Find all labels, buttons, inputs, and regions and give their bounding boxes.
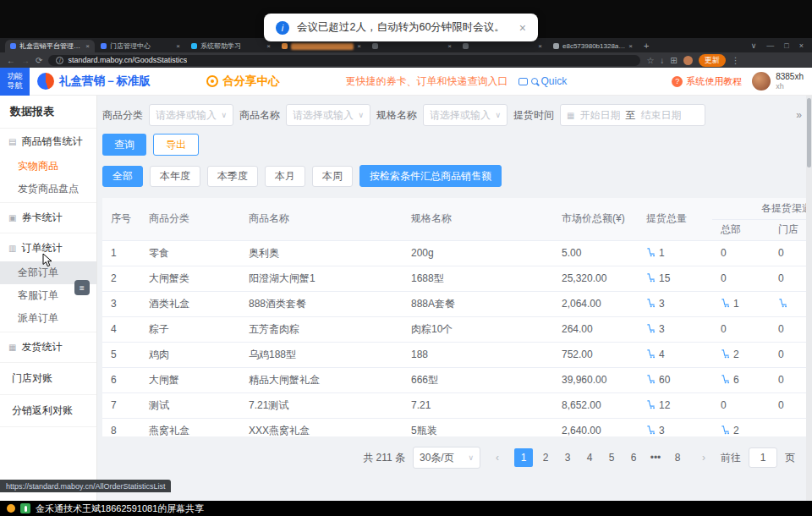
tab-close-icon[interactable]: × — [447, 42, 452, 50]
goods-statistics-table: 序号 商品分类 商品名称 规格名称 市场价总额(¥) 提货总量 各提货渠道 总部… — [102, 198, 807, 436]
pager-page[interactable]: 6 — [624, 448, 643, 467]
tab-close-icon[interactable]: × — [266, 42, 271, 50]
sidebar-group[interactable]: ▤商品销售统计 — [0, 129, 96, 155]
tab-close-icon[interactable]: × — [357, 42, 361, 50]
sidebar-collapse-handle[interactable]: ≡ — [74, 280, 90, 295]
sidebar-item[interactable]: 分销返利对账 — [0, 397, 96, 425]
table-cell: XXX燕窝礼盒 — [240, 418, 403, 436]
product-name-placeholder: 请选择或输入 — [293, 108, 354, 123]
quick-search-link[interactable]: Quick — [518, 75, 568, 87]
table-row: 3酒类礼盒888酒类套餐888A套餐2,064.0031 — [102, 291, 807, 316]
spec-select[interactable]: 请选择或输入 ∨ — [423, 104, 508, 126]
col-header-spec: 规格名称 — [403, 198, 553, 240]
page-scrollbar[interactable] — [806, 96, 812, 501]
quick-tab[interactable]: 本年度 — [150, 166, 200, 187]
table-cell: 6 — [102, 367, 140, 392]
user-avatar[interactable] — [752, 72, 771, 91]
table-cell: 60 — [638, 367, 712, 392]
browser-tab[interactable]: × — [277, 40, 366, 52]
category-select[interactable]: 请选择或输入 ∨ — [149, 104, 233, 126]
tab-close-icon[interactable]: × — [176, 42, 180, 50]
browser-update-button[interactable]: 更新 — [699, 54, 726, 67]
page-size-select[interactable]: 30条/页 ∨ — [413, 447, 480, 469]
date-range-picker[interactable]: ▦ 开始日期 至 结束日期 — [560, 104, 705, 126]
quick-tab[interactable]: 本季度 — [207, 166, 258, 187]
tab-close-icon[interactable]: × — [85, 42, 90, 50]
browser-tab[interactable]: 礼盒营销平台管理中心× — [5, 40, 95, 52]
reload-icon[interactable]: ⟳ — [36, 56, 42, 65]
close-window-icon[interactable]: × — [799, 41, 804, 50]
extensions-icon[interactable]: ⊞ — [670, 56, 677, 65]
summary-button[interactable]: 按检索条件汇总商品销售额 — [359, 165, 502, 187]
table-cell: 0 — [712, 316, 770, 342]
col-header-no: 序号 — [102, 198, 140, 240]
pager-page[interactable]: 4 — [580, 448, 599, 467]
export-button[interactable]: 导出 — [153, 134, 199, 156]
sidebar: 数据报表 ▤商品销售统计实物商品发货商品盘点▣券卡统计▥订单统计全部订单客服订单… — [0, 96, 97, 501]
pager-page[interactable]: 3 — [558, 448, 577, 467]
next-page-icon[interactable]: › — [694, 448, 713, 467]
tab-close-icon[interactable]: × — [538, 42, 542, 50]
prev-page-icon[interactable]: ‹ — [488, 448, 507, 467]
table-cell: 8 — [102, 418, 140, 436]
browser-tab[interactable]: e8c573980b1328a258fd2e6f× — [548, 40, 638, 52]
product-name-select[interactable]: 请选择或输入 ∨ — [286, 104, 370, 126]
sidebar-item[interactable]: 实物商品 — [0, 155, 96, 178]
quick-tab[interactable]: 全部 — [102, 166, 143, 187]
tab-favicon-icon — [463, 43, 469, 49]
sidebar-item[interactable]: 派单订单 — [0, 307, 96, 330]
toast-message: 会议已超过2人，自动转为60分钟限时会议。 — [297, 20, 505, 35]
table-cell — [770, 291, 807, 316]
back-icon[interactable]: ← — [7, 56, 15, 65]
user-info[interactable]: 8385xh xh — [776, 72, 804, 91]
maximize-icon[interactable]: □ — [784, 41, 788, 50]
table-cell: 2 — [712, 342, 770, 367]
table-row: 2大闸蟹类阳澄湖大闸蟹11688型25,320.001500 — [102, 266, 807, 291]
calendar-icon: ▦ — [567, 111, 574, 120]
tab-favicon-icon — [372, 43, 378, 49]
url-bar[interactable]: i standard.maboy.cn/GoodsStatistics — [48, 55, 640, 66]
scrollbar-thumb[interactable] — [807, 98, 811, 167]
info-icon: i — [276, 21, 289, 35]
browser-tab[interactable]: × — [458, 40, 547, 52]
pager-page[interactable]: 1 — [514, 448, 533, 467]
quick-tab[interactable]: 本月 — [265, 166, 305, 187]
minimize-icon[interactable]: — — [766, 41, 774, 50]
table-cell: 精品大闸蟹礼盒 — [240, 367, 403, 392]
browser-tab[interactable]: 系统帮助学习× — [186, 40, 276, 52]
table-cell: 0 — [712, 266, 770, 291]
browser-menu-icon[interactable]: ⋮ — [732, 56, 740, 65]
table-cell: 阳澄湖大闸蟹1 — [240, 266, 403, 291]
tab-close-icon[interactable]: × — [628, 42, 633, 50]
site-info-icon[interactable]: i — [56, 57, 63, 64]
pickup-count-icon — [721, 375, 730, 384]
browser-profile-avatar[interactable] — [683, 56, 693, 65]
pickup-count-icon — [721, 349, 730, 359]
table-cell — [770, 418, 807, 436]
browser-tab[interactable]: × — [367, 40, 457, 52]
goto-page-input[interactable] — [749, 447, 777, 468]
function-nav-button[interactable]: 功能 导航 — [0, 68, 30, 96]
bookmark-star-icon[interactable]: ☆ — [646, 56, 654, 65]
table-cell: 888A套餐 — [403, 291, 553, 316]
new-tab-button[interactable]: + — [644, 41, 649, 51]
help-icon: ? — [672, 76, 683, 87]
pagination: 共 211 条 30条/页 ∨ ‹ 123456•••8 › 前往 页 — [102, 447, 807, 469]
forward-icon[interactable]: → — [21, 56, 30, 65]
browser-tab[interactable]: 门店管理中心× — [96, 40, 185, 52]
sidebar-group[interactable]: ▦发货统计 — [0, 334, 96, 360]
pager-page[interactable]: 5 — [602, 448, 621, 467]
pager-page[interactable]: 8 — [668, 448, 687, 467]
sidebar-group[interactable]: ▣券卡统计 — [0, 205, 96, 231]
search-button[interactable]: 查询 — [102, 134, 146, 156]
share-center-link[interactable]: 合分享中心 — [206, 74, 280, 89]
sidebar-item[interactable]: 门店对账 — [0, 365, 96, 392]
pager-page[interactable]: 2 — [536, 448, 555, 467]
tab-search-icon[interactable]: ∨ — [751, 41, 757, 50]
sidebar-item[interactable]: 发货商品盘点 — [0, 178, 96, 200]
download-icon[interactable]: ↓ — [660, 56, 664, 65]
toast-close-icon[interactable]: × — [519, 21, 526, 35]
tutorial-link[interactable]: ? 系统使用教程 — [672, 75, 742, 88]
chevron-down-icon: ∨ — [495, 111, 501, 119]
quick-tab[interactable]: 本周 — [312, 166, 353, 187]
